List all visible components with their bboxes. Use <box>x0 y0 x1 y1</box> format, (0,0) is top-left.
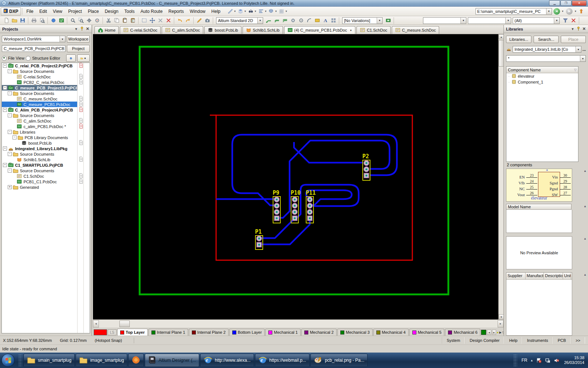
tree-row-zone[interactable]: C_mesure.SchDoc <box>2 96 78 102</box>
network-icon[interactable] <box>545 357 551 363</box>
title-bar[interactable]: A Altium Designer (Platform 26245) - E:\… <box>0 0 588 7</box>
component-designator[interactable]: P11 <box>306 190 316 196</box>
more-icon[interactable]: ... <box>582 47 586 52</box>
collapse-icon[interactable]: - <box>3 86 7 90</box>
tree-row-zone[interactable]: -Source Documents <box>2 151 78 157</box>
doc-tab-c-relai-schdoc[interactable]: C-relai.SchDoc <box>120 26 161 34</box>
tree-row-zone[interactable]: -PCB Library Documents <box>2 135 78 140</box>
workspace-button[interactable]: Workspace <box>67 35 90 43</box>
paste-special-icon[interactable] <box>129 17 137 25</box>
tree-row[interactable]: -C1_SMARTPLUG.PrjPCB <box>2 162 90 168</box>
menu-edit[interactable]: Edit <box>36 7 50 15</box>
copy-icon[interactable] <box>112 17 121 25</box>
collapse-icon[interactable]: - <box>3 163 7 167</box>
fill-icon[interactable] <box>313 17 321 25</box>
collapse-icon[interactable]: - <box>3 146 7 151</box>
chevron-down-icon[interactable]: ▼ <box>576 46 581 52</box>
scroll-left-icon[interactable]: ◄ <box>93 320 99 328</box>
status-panel-button--[interactable]: >> <box>571 337 585 344</box>
align-icon[interactable] <box>258 8 264 14</box>
tree-row-zone[interactable]: C_alim.SchDoc <box>2 118 78 124</box>
tree-row-zone[interactable]: -Integrated_Library1.LibPkg <box>2 146 78 151</box>
tree-row-zone[interactable]: PCB2_C_relai.PcbDoc <box>2 79 78 85</box>
supplier-table[interactable]: SupplierManufacturDescriptionUnit <box>506 272 572 336</box>
layer-tab-mechanical-4[interactable]: Mechanical 4 <box>373 329 409 336</box>
menu-reports[interactable]: Reports <box>165 7 187 15</box>
print-preview-icon[interactable] <box>38 17 46 25</box>
chevron-down-icon[interactable]: ▼ <box>580 56 585 61</box>
component-designator[interactable]: P1 <box>255 229 262 235</box>
tree-row[interactable]: C_alim.SchDoc <box>2 118 90 124</box>
layer-scroll-left-icon[interactable]: ◄ <box>487 330 491 335</box>
print-icon[interactable] <box>30 17 38 25</box>
status-panel-button-pcb[interactable]: PCB <box>553 337 571 344</box>
layer-tab-mechanical-1[interactable]: Mechanical 1 <box>265 329 301 336</box>
doc-tab-schlib1-schlib[interactable]: Schlib1.SchLib <box>243 26 283 34</box>
taskbar-item-altium-designer-[interactable]: Altium Designer (... <box>145 354 199 367</box>
tree-row[interactable]: -C_Alim_PCB_Project4.PrjPCB <box>2 107 90 113</box>
filter-icon[interactable]: ▽ <box>574 68 577 72</box>
libraries-button-search[interactable]: Search... <box>534 36 559 43</box>
collapse-icon[interactable]: - <box>12 135 17 139</box>
menu-design[interactable]: Design <box>102 7 121 15</box>
layer-tab-mechanical-5[interactable]: Mechanical 5 <box>409 329 445 336</box>
zoom-cross-icon[interactable] <box>85 17 93 25</box>
new-doc-icon[interactable] <box>2 17 10 25</box>
project-button[interactable]: Project <box>67 45 90 52</box>
tree-row-zone[interactable]: boost.PcbLib <box>2 140 78 146</box>
pin-icon[interactable] <box>80 26 84 32</box>
tree-row-zone[interactable]: -C1_SMARTPLUG.PrjPCB <box>2 162 78 168</box>
clear-red-icon[interactable] <box>164 17 172 25</box>
undo-icon[interactable] <box>176 17 184 25</box>
route-multi-icon[interactable] <box>281 17 289 25</box>
libraries-button-libraries[interactable]: Libraries... <box>506 36 531 43</box>
collapse-icon[interactable]: ▲ <box>584 237 587 240</box>
component-row[interactable]: ··élevateur <box>506 73 578 79</box>
show-hidden-icons[interactable]: ▲ <box>530 359 533 362</box>
route-diff-icon[interactable] <box>273 17 281 25</box>
status-panel-button-system[interactable]: System <box>442 337 465 344</box>
forward-icon[interactable]: ► <box>566 8 573 15</box>
route-icon[interactable] <box>265 17 273 25</box>
collapse-icon[interactable]: - <box>8 152 12 156</box>
table-header-manufactur[interactable]: Manufactur <box>526 273 544 279</box>
language-indicator[interactable]: FR <box>521 358 527 363</box>
model-list[interactable] <box>506 210 572 233</box>
view-configuration-combo[interactable]: Altium Standard 2D▼ <box>216 17 263 24</box>
doc-tab--4-c-mesure-pcb1-pcbdoc[interactable]: (4) C_mesure_PCB1.PcbDoc▼ <box>284 26 356 34</box>
close-icon[interactable]: ✕ <box>86 26 89 31</box>
chevron-down-icon[interactable]: ▼ <box>257 18 263 24</box>
tree-row[interactable]: -C_relai_PCB_Project2.PrjPCB <box>2 63 90 68</box>
collapse-icon[interactable]: - <box>8 130 12 134</box>
status-panel-button-design-compiler[interactable]: Design Compiler <box>465 337 504 344</box>
collapse-icon[interactable]: - <box>8 169 12 173</box>
layer-scroll-right-icon[interactable]: ► <box>492 330 496 335</box>
layer-tab-mechanical-3[interactable]: Mechanical 3 <box>337 329 373 336</box>
tree-row[interactable]: -Source Documents <box>2 91 90 96</box>
tree-row[interactable]: c_alim_PCB1.PcbDoc * <box>2 124 90 129</box>
pad-icon[interactable] <box>289 17 297 25</box>
workspace-combo[interactable]: Workspace1.DsnWrk▼ <box>2 36 65 42</box>
component-row[interactable]: ··Component_1 <box>506 79 578 85</box>
tree-row-zone[interactable]: C_mesure_PCB1.PcbDoc <box>2 102 78 107</box>
tree-row-zone[interactable]: -C_mesure_PCB_Project3.PrjPCB <box>2 85 78 91</box>
via-icon[interactable] <box>297 17 305 25</box>
table-header-description[interactable]: Description <box>544 273 563 279</box>
save-icon[interactable] <box>18 17 26 25</box>
paste-icon[interactable] <box>121 17 129 25</box>
filter-combo-2[interactable]: ▼ <box>468 17 511 24</box>
close-button[interactable]: ✕ <box>572 0 587 6</box>
tree-row[interactable]: -PCB Library Documents <box>2 135 90 140</box>
taskbar-item-smain-smartplug[interactable]: smain_smartplug <box>24 354 75 367</box>
layer-tab-bottom-layer[interactable]: Bottom Layer <box>229 329 265 336</box>
component-list-header[interactable]: Component Name ▽ <box>506 67 578 73</box>
menu-auto-route[interactable]: Auto Route <box>137 7 165 15</box>
minimize-button[interactable]: ▁ <box>549 0 560 6</box>
tree-row-zone[interactable]: c_alim_PCB1.PcbDoc * <box>2 124 78 129</box>
menu-project[interactable]: Project <box>65 7 85 15</box>
tree-row[interactable]: C_mesure.SchDoc <box>2 96 90 102</box>
menu-place[interactable]: Place <box>85 7 102 15</box>
doc-tab-home[interactable]: Home <box>94 26 119 34</box>
variant-chip-icon[interactable] <box>384 17 392 25</box>
funnel-icon[interactable] <box>561 17 569 25</box>
